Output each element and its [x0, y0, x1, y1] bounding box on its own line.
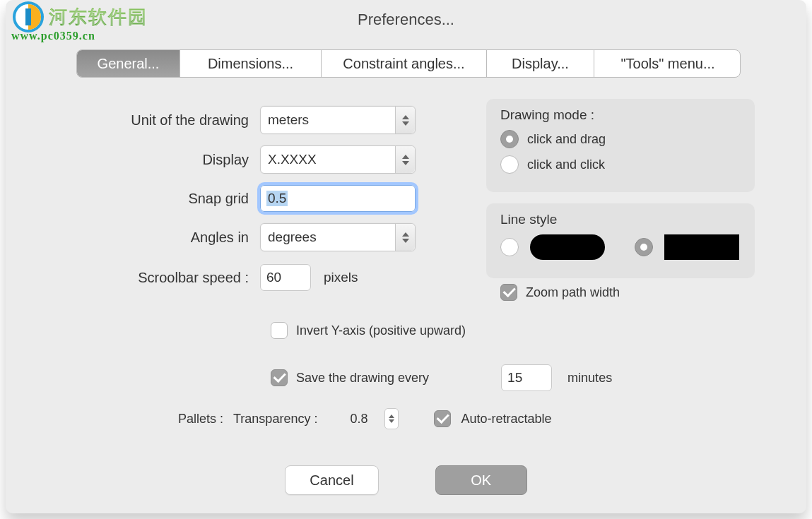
svg-rect-2: [25, 8, 31, 25]
line-style-round-radio[interactable]: [500, 238, 519, 256]
save-drawing-label: Save the drawing every: [296, 371, 429, 386]
tab-general[interactable]: General...: [77, 50, 180, 77]
scrollbar-speed-input[interactable]: 60: [260, 264, 311, 291]
transparency-stepper[interactable]: [384, 408, 399, 429]
tab-dimensions[interactable]: Dimensions...: [180, 50, 322, 77]
auto-retractable-label: Auto-retractable: [461, 412, 551, 426]
save-drawing-checkbox[interactable]: [271, 369, 288, 386]
ok-button[interactable]: OK: [435, 465, 527, 495]
auto-retractable-checkbox[interactable]: [434, 410, 451, 427]
invert-y-axis-checkbox[interactable]: [271, 322, 288, 339]
drawing-mode-click-drag-radio[interactable]: [500, 130, 519, 148]
snap-grid-input[interactable]: 0.5: [260, 185, 416, 212]
unit-label: Unit of the drawing: [6, 112, 260, 129]
zoom-path-width-label: Zoom path width: [526, 285, 620, 300]
chevron-updown-icon: [395, 146, 415, 173]
transparency-label: Transparency :: [233, 412, 317, 426]
tab-constraint-angles[interactable]: Constraint angles...: [322, 50, 487, 77]
angles-label: Angles in: [6, 229, 260, 246]
snap-grid-label: Snap grid: [6, 191, 260, 207]
drawing-mode-group: Drawing mode : click and drag click and …: [486, 99, 755, 192]
preferences-window: Preferences... General... Dimensions... …: [6, 0, 806, 513]
scrollbar-speed-label: Scroolbar speed :: [6, 270, 260, 286]
display-label: Display: [6, 152, 260, 168]
line-style-rect-swatch: [664, 234, 739, 260]
angles-dropdown[interactable]: degrees: [260, 223, 416, 251]
minutes-suffix: minutes: [567, 371, 612, 386]
cancel-button[interactable]: Cancel: [285, 465, 378, 495]
line-style-title: Line style: [500, 212, 741, 227]
watermark: 河东软件园 www.pc0359.cn: [11, 0, 148, 42]
line-style-round-swatch: [530, 234, 605, 260]
tab-tools-menu[interactable]: "Tools" menu...: [594, 50, 741, 77]
tab-bar: General... Dimensions... Constraint angl…: [76, 49, 741, 78]
invert-y-axis-label: Invert Y-axis (positive upward): [296, 323, 466, 338]
pixels-suffix: pixels: [324, 270, 358, 285]
pallets-label: Pallets :: [178, 412, 223, 426]
unit-dropdown[interactable]: meters: [260, 106, 416, 134]
display-format-dropdown[interactable]: X.XXXX: [260, 145, 416, 174]
chevron-updown-icon: [395, 107, 415, 133]
zoom-path-width-checkbox[interactable]: [500, 284, 517, 301]
drawing-mode-click-click-radio[interactable]: [500, 155, 519, 174]
chevron-updown-icon: [395, 224, 415, 251]
drawing-mode-click-click-label: click and click: [527, 157, 605, 172]
drawing-mode-title: Drawing mode :: [500, 107, 741, 123]
line-style-group: Line style: [486, 203, 755, 278]
transparency-value: 0.8: [350, 412, 367, 426]
drawing-mode-click-drag-label: click and drag: [527, 132, 606, 147]
line-style-rect-radio[interactable]: [635, 238, 653, 256]
tab-display[interactable]: Display...: [487, 50, 594, 77]
save-minutes-input[interactable]: 15: [501, 364, 552, 391]
